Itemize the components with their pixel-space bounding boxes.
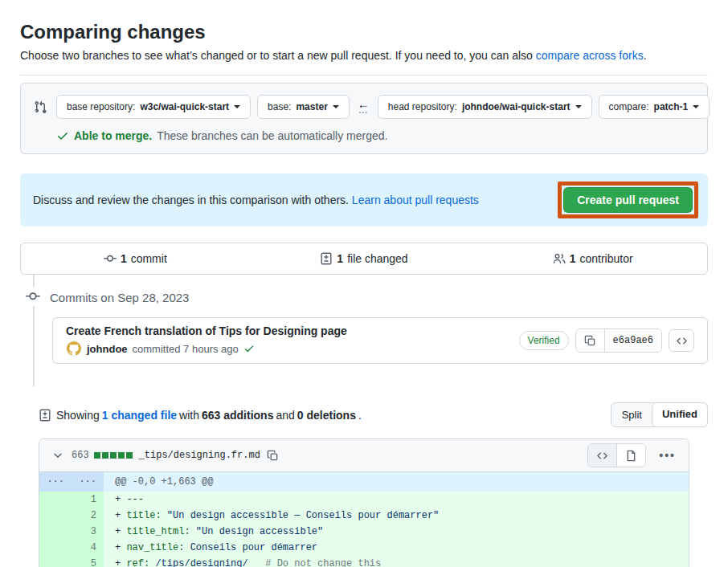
additions-count: 663 additions [202, 409, 273, 422]
diff-line: 5+ ref: /tips/designing/ # Do not change… [39, 556, 689, 567]
base-repository-label: base repository: [67, 101, 135, 112]
diff-line-content: + title_html: "Un design accessible" [104, 524, 689, 540]
file-changes-count: 663 [72, 450, 89, 461]
summary-mid2: and [276, 409, 294, 422]
git-compare-icon [34, 100, 47, 113]
compare-across-forks-link[interactable]: compare across forks [536, 49, 644, 62]
files-changed-count: 1 [337, 252, 343, 265]
commit-check-icon [243, 343, 255, 354]
base-repository-dropdown[interactable]: base repository:w3c/wai-quick-start [56, 95, 251, 119]
compare-branch-dropdown[interactable]: compare:patch-1 [599, 95, 710, 119]
summary-mid1: with [179, 409, 199, 422]
page-subtitle: Choose two branches to see what’s change… [20, 49, 708, 62]
diff-line-gutter[interactable]: 5 [39, 556, 104, 567]
merge-status-text: These branches can be automatically merg… [157, 129, 387, 142]
diff-line: 4+ nav_title: Conseils pour démarrer [39, 540, 689, 556]
diff-line: 1+ --- [39, 492, 689, 508]
compare-branch-value: patch-1 [654, 101, 689, 112]
split-view-button[interactable]: Split [611, 403, 652, 426]
commit-sha-button[interactable]: e6a9ae6 [604, 329, 661, 352]
hunk-header-text: @@ -0,0 +1,663 @@ [104, 472, 689, 492]
diff-view-toggle: Split Unified [611, 402, 708, 427]
contributors-label: contributor [580, 252, 633, 265]
annotation-highlight-box: Create pull request [558, 182, 698, 218]
subtitle-period: . [644, 49, 647, 62]
branch-selector-box: base repository:w3c/wai-quick-start base… [20, 83, 708, 154]
base-repository-value: w3c/wai-quick-start [140, 101, 229, 112]
commit-author[interactable]: johndoe [87, 343, 128, 355]
pull-request-banner: Discuss and review the changes in this c… [20, 173, 708, 226]
commits-section: Commits on Sep 28, 2023 Create French tr… [20, 275, 708, 386]
diff-line-gutter[interactable]: 4 [39, 540, 104, 556]
file-diff-card: 663 _tips/designing.fr.md ••• [39, 439, 689, 567]
dropdown-caret-icon [234, 105, 240, 108]
copy-path-icon[interactable] [267, 450, 279, 462]
hunk-header-row: ··· ··· @@ -0,0 +1,663 @@ [39, 472, 689, 492]
file-name[interactable]: _tips/designing.fr.md [139, 450, 260, 461]
diff-line-gutter[interactable]: 3 [39, 524, 104, 540]
file-diff-icon [320, 252, 333, 265]
deletions-count: 0 deletions [297, 409, 356, 422]
head-repository-label: head repository: [388, 101, 457, 112]
file-diff-header: 663 _tips/designing.fr.md ••• [39, 439, 689, 472]
git-commit-node-icon [26, 287, 40, 306]
base-branch-dropdown[interactable]: base:master [257, 95, 350, 119]
page-title: Comparing changes [20, 0, 708, 43]
files-changed-label: file changed [347, 252, 408, 265]
dropdown-caret-icon [333, 105, 339, 108]
diff-table: ··· ··· @@ -0,0 +1,663 @@ 1+ ---2+ title… [39, 472, 689, 567]
check-icon [56, 129, 69, 142]
verified-badge[interactable]: Verified [519, 331, 569, 350]
create-pull-request-button[interactable]: Create pull request [563, 187, 693, 213]
file-diff-icon [39, 409, 51, 422]
merge-status: Able to merge. These branches can be aut… [56, 129, 694, 142]
commit-meta-text: committed 7 hours ago [133, 343, 239, 355]
people-icon [553, 252, 566, 265]
header-divider [20, 75, 708, 75]
commits-count: 1 [121, 252, 127, 265]
diff-line-content: + --- [104, 492, 689, 508]
commits-label: commit [131, 252, 167, 265]
chevron-down-icon[interactable] [47, 450, 68, 461]
summary-prefix: Showing [56, 409, 100, 422]
hunk-gutter: ··· ··· [39, 472, 104, 492]
learn-about-pull-requests-link[interactable]: Learn about pull requests [352, 194, 479, 206]
files-changed-stat[interactable]: 1 file changed [250, 252, 479, 265]
diffstat-blocks [94, 452, 133, 459]
unified-view-button[interactable]: Unified [652, 402, 708, 427]
source-view-button[interactable] [588, 444, 616, 467]
subtitle-text: Choose two branches to see what’s change… [20, 49, 536, 62]
compare-branch-label: compare: [609, 101, 649, 112]
diff-line-gutter[interactable]: 2 [39, 508, 104, 524]
diff-line-content: + nav_title: Conseils pour démarrer [104, 540, 689, 556]
summary-period: . [358, 409, 362, 422]
base-branch-label: base: [268, 101, 291, 112]
contributors-count: 1 [570, 252, 576, 265]
avatar[interactable] [66, 341, 82, 357]
diff-line: 2+ title: "Un design accessible — Consei… [39, 508, 689, 524]
hunk-ellipsis: ··· [39, 472, 72, 492]
compare-direction-arrow: ← … [358, 100, 370, 115]
contributors-stat[interactable]: 1 contributor [478, 252, 707, 265]
diff-summary-row: Showing 1 changed file with 663 addition… [39, 402, 708, 427]
file-options-kebab-button[interactable]: ••• [654, 446, 681, 465]
changed-file-link[interactable]: 1 changed file [102, 409, 177, 422]
diff-line-content: + title: "Un design accessible — Conseil… [104, 508, 689, 524]
commit-title-link[interactable]: Create French translation of Tips for De… [66, 324, 519, 337]
rich-view-button[interactable] [616, 444, 645, 467]
commit-card: Create French translation of Tips for De… [52, 317, 708, 364]
head-repository-dropdown[interactable]: head repository:johndoe/wai-quick-start [378, 95, 592, 119]
diff-line-gutter[interactable]: 1 [39, 492, 104, 508]
hunk-ellipsis: ··· [72, 472, 104, 492]
browse-code-button[interactable] [669, 329, 694, 352]
copy-sha-button[interactable] [576, 329, 604, 352]
dropdown-caret-icon [575, 105, 582, 108]
git-commit-icon [104, 252, 117, 265]
commits-date-heading: Commits on Sep 28, 2023 [50, 275, 708, 304]
merge-status-bold: Able to merge. [74, 129, 152, 142]
commits-stat[interactable]: 1 commit [21, 252, 250, 265]
comparison-stats-bar: 1 commit 1 file changed 1 contributor [20, 243, 708, 275]
dropdown-caret-icon [693, 105, 699, 108]
diff-line: 3+ title_html: "Un design accessible" [39, 524, 689, 540]
commit-sha: e6a9ae6 [613, 335, 653, 346]
